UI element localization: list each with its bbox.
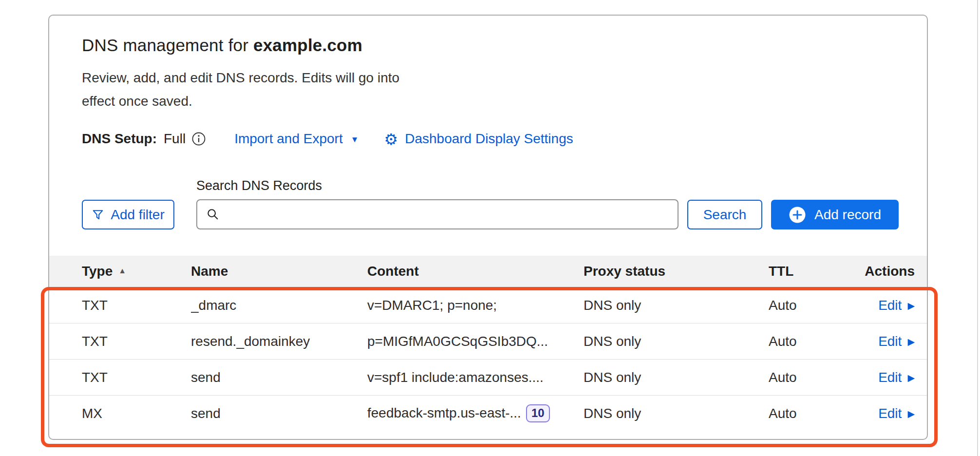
search-input[interactable] — [226, 207, 669, 223]
record-type: TXT — [82, 298, 191, 313]
table-row-spf: TXT send v=spf1 include:amazonses.... DN… — [49, 359, 927, 395]
plus-icon — [789, 206, 806, 224]
add-record-label: Add record — [814, 207, 881, 223]
column-header-actions: Actions — [860, 264, 915, 279]
record-content: v=spf1 include:amazonses.... — [367, 370, 584, 385]
record-name: send — [191, 406, 367, 421]
dns-records-table: Type ▲ Name Content Proxy status TTL Act… — [49, 256, 927, 431]
record-type: TXT — [82, 334, 191, 349]
record-name: _dmarc — [191, 298, 367, 313]
dns-management-card: DNS management for example.com Review, a… — [48, 15, 928, 440]
filter-icon — [92, 209, 104, 221]
domain-name: example.com — [253, 36, 362, 55]
search-field-group: Search DNS Records — [196, 178, 678, 229]
column-header-content: Content — [367, 264, 584, 279]
record-content: feedback-smtp.us-east-... — [367, 405, 521, 421]
edit-record-link[interactable]: Edit ▶ — [878, 334, 915, 349]
column-header-type-label: Type — [82, 264, 113, 279]
column-header-name: Name — [191, 264, 367, 279]
chevron-right-icon: ▶ — [907, 372, 915, 383]
search-icon — [206, 208, 220, 221]
chevron-right-icon: ▶ — [907, 408, 915, 419]
record-actions: Edit ▶ — [860, 298, 915, 313]
record-content-cell: feedback-smtp.us-east-... 10 — [367, 404, 584, 422]
page-edge-divider — [977, 0, 978, 456]
page-subtitle: Review, add, and edit DNS records. Edits… — [82, 66, 406, 113]
edit-record-link[interactable]: Edit ▶ — [878, 298, 915, 313]
table-row-domainkey: TXT resend._domainkey p=MIGfMA0GCSqGSIb3… — [49, 323, 927, 359]
dns-setup-label: DNS Setup: — [82, 131, 157, 147]
record-actions: Edit ▶ — [860, 334, 915, 349]
search-label: Search DNS Records — [196, 178, 678, 193]
record-content: v=DMARC1; p=none; — [367, 298, 584, 313]
info-icon[interactable] — [191, 132, 206, 146]
column-header-proxy-status: Proxy status — [584, 264, 769, 279]
edit-label: Edit — [878, 370, 902, 385]
dns-setup-row: DNS Setup: Full Import and Export ▼ ⚙ Da… — [82, 130, 927, 148]
search-button[interactable]: Search — [687, 200, 762, 229]
table-row-dmarc: TXT _dmarc v=DMARC1; p=none; DNS only Au… — [49, 287, 927, 323]
import-export-dropdown[interactable]: Import and Export ▼ — [234, 131, 358, 147]
edit-label: Edit — [878, 334, 902, 349]
dns-setup-value: Full — [164, 131, 186, 147]
column-header-type[interactable]: Type ▲ — [82, 264, 191, 279]
records-toolbar: Add filter Search DNS Records Search — [82, 178, 927, 229]
record-content: p=MIGfMA0GCSqGSIb3DQ... — [367, 334, 584, 349]
import-export-label: Import and Export — [234, 131, 343, 147]
record-type: MX — [82, 406, 191, 421]
add-record-button[interactable]: Add record — [771, 200, 899, 229]
record-actions: Edit ▶ — [860, 406, 915, 421]
edit-label: Edit — [878, 298, 902, 313]
page-title-prefix: DNS management for — [82, 36, 248, 55]
record-ttl: Auto — [769, 370, 860, 385]
record-proxy-status: DNS only — [584, 406, 769, 421]
record-proxy-status: DNS only — [584, 334, 769, 349]
dashboard-display-settings-label: Dashboard Display Settings — [405, 131, 573, 147]
record-name: send — [191, 370, 367, 385]
add-filter-button[interactable]: Add filter — [82, 200, 174, 229]
record-type: TXT — [82, 370, 191, 385]
chevron-right-icon: ▶ — [907, 300, 915, 311]
record-name: resend._domainkey — [191, 334, 367, 349]
record-proxy-status: DNS only — [584, 370, 769, 385]
edit-label: Edit — [878, 406, 902, 421]
record-ttl: Auto — [769, 406, 860, 421]
record-ttl: Auto — [769, 298, 860, 313]
edit-record-link[interactable]: Edit ▶ — [878, 370, 915, 385]
sort-ascending-icon: ▲ — [118, 266, 126, 275]
dashboard-display-settings-link[interactable]: ⚙ Dashboard Display Settings — [384, 131, 573, 147]
table-row-mx: MX send feedback-smtp.us-east-... 10 DNS… — [49, 395, 927, 431]
add-filter-label: Add filter — [111, 207, 165, 223]
record-ttl: Auto — [769, 334, 860, 349]
search-input-box — [196, 199, 678, 229]
gear-icon: ⚙ — [384, 132, 398, 147]
record-proxy-status: DNS only — [584, 298, 769, 313]
edit-record-link[interactable]: Edit ▶ — [878, 406, 915, 421]
chevron-down-icon: ▼ — [351, 135, 359, 145]
record-actions: Edit ▶ — [860, 370, 915, 385]
chevron-right-icon: ▶ — [907, 336, 915, 347]
column-header-ttl: TTL — [769, 264, 860, 279]
mx-priority-badge: 10 — [526, 404, 550, 422]
page-title: DNS management for example.com — [82, 35, 927, 56]
table-header-row: Type ▲ Name Content Proxy status TTL Act… — [49, 256, 927, 287]
